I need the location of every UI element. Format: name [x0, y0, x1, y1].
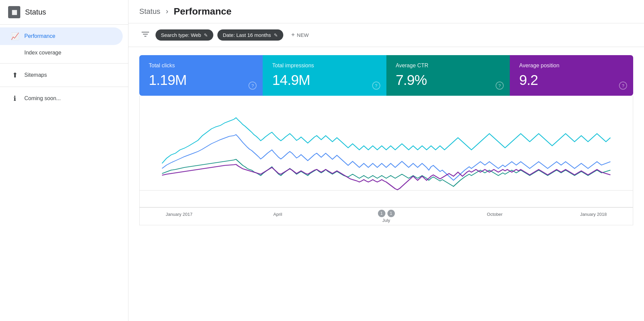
breadcrumb-separator: › [166, 7, 168, 16]
sidebar-label-coming-soon: Coming soon... [24, 95, 61, 101]
sidebar-label-performance: Performance [24, 33, 55, 39]
impressions-label: Total impressions [272, 63, 377, 69]
metric-card-ctr[interactable]: Average CTR 7.9% ? [386, 55, 510, 96]
x-label-jan2017: January 2017 [166, 212, 192, 217]
position-help-icon[interactable]: ? [619, 82, 627, 90]
info-icon: ℹ [11, 94, 19, 102]
new-filter-button[interactable]: + NEW [287, 29, 313, 41]
sidebar: ▦ Status 📈 Performance Index coverage ⬆ … [0, 0, 128, 321]
plus-icon: + [291, 31, 295, 39]
date-edit-icon: ✎ [274, 32, 278, 38]
sidebar-nav: 📈 Performance Index coverage ⬆ Sitemaps … [0, 25, 128, 107]
performance-icon: 📈 [11, 32, 19, 40]
page-title: Performance [174, 6, 232, 17]
metrics-row: Total clicks 1.19M ? Total impressions 1… [139, 55, 633, 96]
search-type-button[interactable]: Search type: Web ✎ [156, 29, 213, 41]
chart-container: January 2017 April 1 1 July October Janu… [139, 96, 633, 225]
sidebar-label-sitemaps: Sitemaps [24, 72, 47, 78]
app-logo: ▦ [8, 6, 20, 18]
impressions-help-icon[interactable]: ? [372, 82, 380, 90]
position-value: 9.2 [519, 72, 624, 88]
chart-wrapper [140, 96, 633, 207]
chart-svg [140, 96, 633, 207]
breadcrumb-parent: Status [139, 7, 160, 16]
sidebar-header: ▦ Status [0, 0, 128, 25]
sidebar-divider [0, 63, 128, 64]
sidebar-divider-2 [0, 87, 128, 87]
date-label: Date: Last 16 months [223, 32, 271, 38]
x-label-july: 1 1 July [378, 210, 395, 223]
new-label: NEW [297, 32, 309, 38]
x-label-october: October [487, 212, 502, 217]
ctr-label: Average CTR [396, 63, 500, 69]
sidebar-label-index-coverage: Index coverage [24, 50, 61, 56]
page-header: Status › Performance [128, 0, 644, 23]
sidebar-item-sitemaps[interactable]: ⬆ Sitemaps [0, 66, 123, 84]
toolbar: Search type: Web ✎ Date: Last 16 months … [128, 23, 644, 47]
ctr-help-icon[interactable]: ? [496, 82, 504, 90]
event-badge-1: 1 [378, 210, 385, 217]
logo-icon: ▦ [11, 8, 17, 16]
metric-card-impressions[interactable]: Total impressions 14.9M ? [263, 55, 386, 96]
search-type-label: Search type: Web [161, 32, 201, 38]
sitemaps-icon: ⬆ [11, 71, 19, 79]
sidebar-item-performance[interactable]: 📈 Performance [0, 27, 123, 45]
main-content: Status › Performance Search type: Web ✎ … [128, 0, 644, 321]
x-label-jan2018: January 2018 [580, 212, 607, 217]
x-label-april: April [273, 212, 282, 217]
search-type-edit-icon: ✎ [204, 32, 208, 38]
ctr-value: 7.9% [396, 72, 500, 88]
filter-icon [142, 31, 149, 39]
sidebar-item-coming-soon[interactable]: ℹ Coming soon... [0, 90, 123, 107]
date-filter-button[interactable]: Date: Last 16 months ✎ [217, 29, 283, 41]
position-label: Average position [519, 63, 624, 69]
impressions-value: 14.9M [272, 72, 377, 88]
event-badge-2: 1 [387, 210, 395, 217]
filter-button[interactable] [139, 29, 151, 41]
clicks-value: 1.19M [149, 72, 253, 88]
sidebar-item-index-coverage[interactable]: Index coverage [0, 45, 123, 61]
x-axis: January 2017 April 1 1 July October Janu… [140, 207, 633, 225]
sidebar-title: Status [25, 8, 46, 17]
clicks-label: Total clicks [149, 63, 253, 69]
metric-card-clicks[interactable]: Total clicks 1.19M ? [139, 55, 263, 96]
metric-card-position[interactable]: Average position 9.2 ? [510, 55, 633, 96]
clicks-help-icon[interactable]: ? [248, 82, 257, 90]
